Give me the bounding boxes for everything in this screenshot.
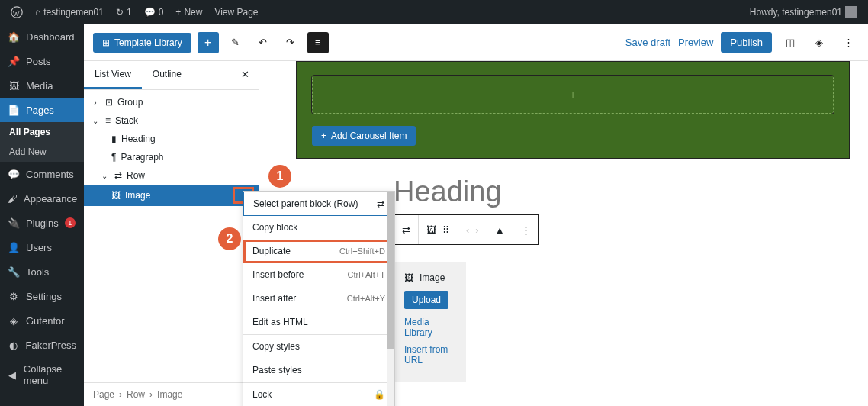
panel-icon: ◫ — [786, 37, 795, 48]
paragraph-icon: ¶ — [111, 152, 116, 163]
template-library-button[interactable]: ⊞Template Library — [93, 33, 191, 53]
row-icon: ⇄ — [402, 224, 410, 236]
sidebar-item-fakerpress[interactable]: ◐FakerPress — [0, 333, 84, 357]
sidebar-item-tools[interactable]: 🔧Tools — [0, 259, 84, 284]
menu-insert-before[interactable]: Insert beforeCtrl+Alt+T — [243, 263, 394, 287]
insert-from-url-link[interactable]: Insert from URL — [404, 344, 455, 366]
sidebar-item-gutentor[interactable]: ◈Gutentor — [0, 308, 84, 333]
gutentor-top-button[interactable]: ◈ — [809, 32, 830, 53]
chevron-right-icon: › — [475, 224, 478, 236]
wp-logo-icon[interactable] — [6, 6, 27, 18]
menu-lock[interactable]: Lock🔒 — [243, 383, 394, 406]
breadcrumb-page[interactable]: Page — [93, 389, 114, 400]
align-icon: ▲ — [495, 224, 505, 236]
close-list-panel[interactable]: ✕ — [232, 61, 259, 89]
media-library-link[interactable]: Media Library — [404, 317, 455, 338]
more-options-button[interactable]: ⋮ — [837, 32, 859, 53]
sidebar-item-dashboard[interactable]: 🏠Dashboard — [0, 24, 84, 49]
view-page[interactable]: View Page — [210, 7, 262, 18]
plug-icon: 🔌 — [8, 217, 20, 229]
redo-icon: ↷ — [286, 37, 294, 48]
sidebar-item-pages[interactable]: 📄Pages — [0, 98, 84, 122]
breadcrumb-row[interactable]: Row — [127, 389, 145, 400]
carousel-slot[interactable]: + — [312, 76, 834, 114]
list-view-button[interactable]: ≡ — [307, 32, 329, 53]
menu-copy-styles[interactable]: Copy styles — [243, 335, 394, 359]
submenu-add-new[interactable]: Add New — [0, 142, 84, 162]
chevron-left-icon: ‹ — [466, 224, 469, 236]
upload-button[interactable]: Upload — [404, 291, 448, 309]
redo-button[interactable]: ↷ — [280, 32, 301, 53]
heading-block[interactable]: Heading — [394, 176, 868, 208]
close-icon: ✕ — [241, 69, 249, 80]
editor-topbar: ⊞Template Library + ✎ ↶ ↷ ≡ Save draft P… — [84, 24, 868, 61]
edit-button[interactable]: ✎ — [225, 32, 246, 53]
plugins-badge: 1 — [65, 218, 76, 228]
tree-item-heading[interactable]: ▮Heading — [84, 130, 259, 148]
save-draft-button[interactable]: Save draft — [625, 37, 670, 48]
menu-copy-block[interactable]: Copy block — [243, 216, 394, 240]
breadcrumb-image[interactable]: Image — [157, 389, 182, 400]
toolbar-row-icon[interactable]: ⇄ — [394, 215, 419, 244]
howdy-user[interactable]: Howdy, testingemen01 — [745, 6, 862, 18]
toolbar-more[interactable]: ⋮ — [513, 215, 538, 244]
toolbar-align[interactable]: ▲ — [487, 215, 513, 244]
menu-paste-styles[interactable]: Paste styles — [243, 359, 394, 382]
tree-item-group[interactable]: ›⊡Group — [84, 93, 259, 111]
tree-item-paragraph[interactable]: ¶Paragraph — [84, 148, 259, 166]
menu-insert-after[interactable]: Insert afterCtrl+Alt+Y — [243, 287, 394, 311]
submenu-all-pages[interactable]: All Pages — [0, 122, 84, 142]
list-icon: ≡ — [315, 37, 321, 48]
sidebar-item-users[interactable]: 👤Users — [0, 235, 84, 259]
site-name[interactable]: ⌂testingemen01 — [31, 7, 108, 18]
add-block-button[interactable]: + — [198, 32, 219, 53]
lock-icon: 🔒 — [374, 389, 385, 400]
tree-item-row[interactable]: ⌄⇄Row — [84, 166, 259, 185]
publish-button[interactable]: Publish — [721, 32, 772, 53]
sidebar-item-appearance[interactable]: 🖌Appearance — [0, 186, 84, 211]
settings-button[interactable]: ◫ — [780, 32, 801, 53]
admin-bar: ⌂testingemen01 ↻1 💬0 +New View Page Howd… — [0, 0, 868, 24]
scrollbar[interactable] — [387, 192, 394, 406]
dots-icon: ⋮ — [521, 224, 531, 236]
media-icon: 🖼 — [8, 79, 20, 92]
tree-item-stack[interactable]: ⌄≡Stack — [84, 111, 259, 130]
stack-icon: ≡ — [105, 115, 111, 126]
image-block-placeholder: 🖼Image Upload Media Library Insert from … — [394, 262, 466, 382]
sidebar-item-posts[interactable]: 📌Posts — [0, 49, 84, 73]
annotation-1: 1 — [268, 165, 291, 188]
preview-button[interactable]: Preview — [678, 37, 713, 48]
tree-item-image[interactable]: 🖼Image⋮ — [84, 185, 259, 206]
template-icon: ⊞ — [102, 37, 110, 48]
updates[interactable]: ↻1 — [111, 7, 137, 18]
annotation-2: 2 — [218, 227, 241, 250]
add-carousel-item-button[interactable]: +Add Carousel Item — [312, 126, 416, 146]
brush-icon: 🖌 — [8, 192, 18, 205]
faker-icon: ◐ — [8, 339, 20, 351]
sliders-icon: ⚙ — [8, 290, 20, 302]
new-content[interactable]: +New — [171, 7, 207, 18]
sidebar-item-media[interactable]: 🖼Media — [0, 73, 84, 98]
menu-edit-html[interactable]: Edit as HTML — [243, 311, 394, 334]
svg-point-0 — [11, 7, 22, 18]
tab-outline[interactable]: Outline — [142, 61, 192, 89]
menu-duplicate[interactable]: DuplicateCtrl+Shift+D — [243, 240, 394, 263]
pages-submenu: All Pages Add New — [0, 122, 84, 162]
menu-select-parent[interactable]: Select parent block (Row)⇄ — [243, 192, 394, 216]
pages-icon: 📄 — [8, 104, 20, 116]
image-block-title: Image — [420, 272, 445, 283]
plus-icon: + — [204, 36, 211, 50]
sidebar-item-comments[interactable]: 💬Comments — [0, 162, 84, 186]
image-icon: 🖼 — [404, 272, 413, 283]
sidebar-item-plugins[interactable]: 🔌Plugins1 — [0, 211, 84, 235]
chevron-down-icon: ⌄ — [90, 117, 101, 125]
wrench-icon: 🔧 — [8, 266, 20, 278]
collapse-menu[interactable]: ◀Collapse menu — [0, 357, 84, 392]
sidebar-item-settings[interactable]: ⚙Settings — [0, 284, 84, 308]
undo-button[interactable]: ↶ — [252, 32, 274, 53]
comments-count[interactable]: 💬0 — [140, 7, 169, 18]
chevron-down-icon: ⌄ — [99, 172, 110, 180]
toolbar-image-drag[interactable]: 🖼⠿ — [419, 215, 458, 244]
block-toolbar: ⇄ 🖼⠿ ‹› ▲ ⋮ — [394, 214, 539, 245]
tab-list-view[interactable]: List View — [84, 61, 142, 89]
